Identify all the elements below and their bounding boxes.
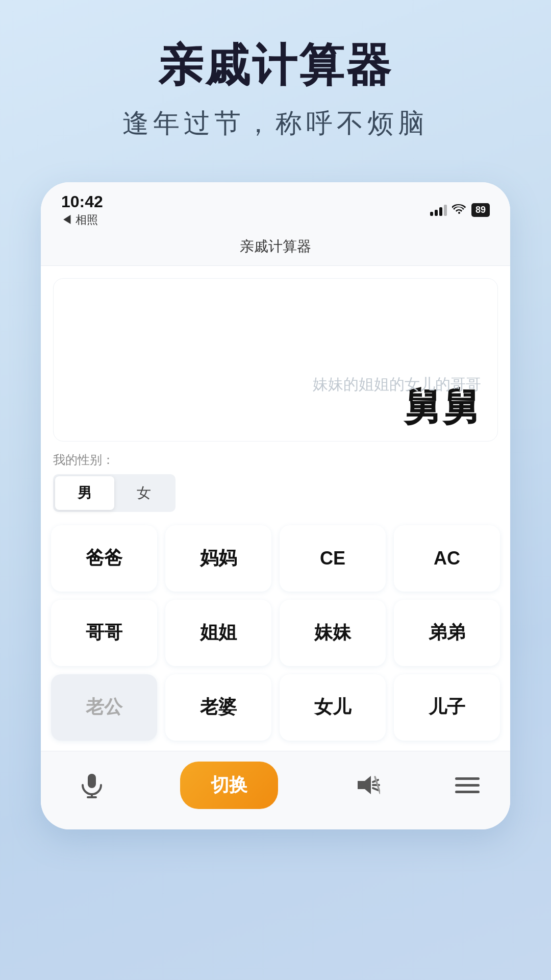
gender-toggle: 男 女 [53,474,176,512]
result-placeholder: 妹妹的姐姐的女儿的哥哥 [313,374,481,395]
result-area: 妹妹的姐姐的女儿的哥哥 舅舅 [53,278,498,442]
svg-marker-3 [358,776,371,794]
back-button[interactable]: ◀ 相照 [61,212,103,228]
menu-button[interactable] [455,777,480,793]
status-bar: 10:42 ◀ 相照 89 [41,182,510,232]
app-title: 亲戚计算器 [41,232,510,266]
gender-label: 我的性别： [53,452,498,468]
signal-icon [430,204,447,216]
promo-title: 亲戚计算器 [20,41,531,90]
key-baba[interactable]: 爸爸 [51,525,157,592]
gender-female-button[interactable]: 女 [114,476,173,510]
key-laogong: 老公 [51,674,157,741]
status-icons: 89 [430,203,490,217]
wifi-icon [452,203,466,217]
gender-section: 我的性别： 男 女 [41,442,510,517]
key-gege[interactable]: 哥哥 [51,600,157,666]
key-meimei[interactable]: 妹妹 [280,600,386,666]
promo-section: 亲戚计算器 逢年过节，称呼不烦脑 [0,0,551,172]
promo-subtitle: 逢年过节，称呼不烦脑 [20,106,531,141]
key-mama[interactable]: 妈妈 [165,525,271,592]
switch-button[interactable]: 切换 [180,762,278,809]
bottom-toolbar: 切换 [41,751,510,829]
battery-indicator: 89 [471,203,490,217]
key-nver[interactable]: 女儿 [280,674,386,741]
gender-male-button[interactable]: 男 [55,476,114,510]
key-didi[interactable]: 弟弟 [394,600,500,666]
speaker-button[interactable] [346,765,387,805]
phone-wrapper: 10:42 ◀ 相照 89 亲戚计算器 妹妹的姐姐的女儿的哥哥 [0,182,551,829]
keypad: 爸爸妈妈CEAC哥哥姐姐妹妹弟弟老公老婆女儿儿子 [41,517,510,751]
key-ac[interactable]: AC [394,525,500,592]
key-jiejie[interactable]: 姐姐 [165,600,271,666]
key-ce[interactable]: CE [280,525,386,592]
phone-mockup: 10:42 ◀ 相照 89 亲戚计算器 妹妹的姐姐的女儿的哥哥 [41,182,510,829]
svg-rect-0 [88,774,96,788]
key-laopo[interactable]: 老婆 [165,674,271,741]
svg-line-6 [373,788,378,790]
mic-button[interactable] [71,765,112,805]
key-erzi[interactable]: 儿子 [394,674,500,741]
status-time: 10:42 [61,192,103,211]
